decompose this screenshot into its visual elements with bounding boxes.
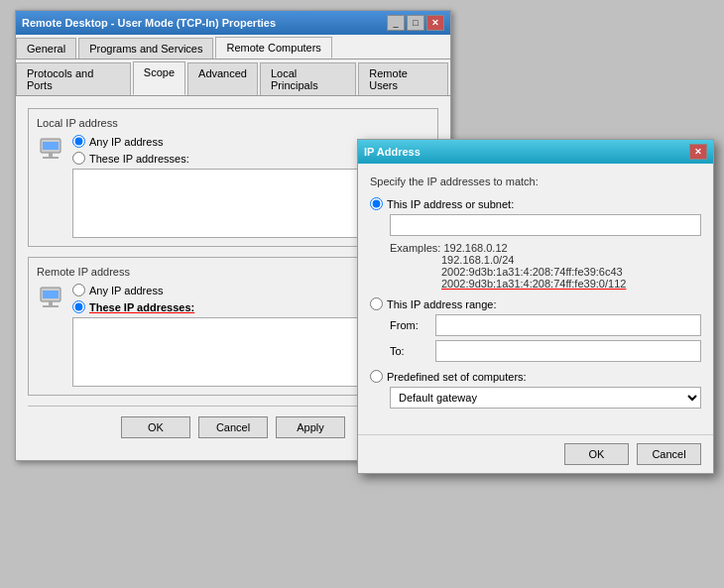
local-these-ip-radio[interactable] — [72, 152, 85, 165]
this-ip-label: This IP address or subnet: — [387, 198, 514, 210]
svg-rect-1 — [49, 153, 53, 157]
predefined-radio[interactable] — [370, 370, 383, 383]
title-bar-controls: _ □ ✕ — [387, 15, 444, 31]
from-label: From: — [390, 319, 429, 331]
from-row: From: — [390, 314, 701, 336]
svg-rect-5 — [49, 301, 53, 305]
network-icon-remote — [37, 284, 64, 311]
svg-rect-3 — [43, 142, 59, 150]
main-window-title: Remote Desktop - User Mode (TCP-In) Prop… — [22, 17, 276, 29]
local-these-ip-label: These IP addresses: — [89, 153, 189, 165]
predefined-section: Predefined set of computers: Default gat… — [370, 370, 701, 409]
predefined-label: Predefined set of computers: — [387, 371, 527, 383]
network-icon-local — [37, 135, 64, 163]
maximize-button[interactable]: □ — [407, 15, 424, 31]
ip-range-label: This IP address range: — [387, 298, 496, 310]
tab-programs-services[interactable]: Programs and Services — [78, 38, 213, 59]
tabs-row-1: General Programs and Services Remote Com… — [16, 35, 450, 59]
ip-dialog-bottom-buttons: OK Cancel — [358, 434, 713, 473]
svg-rect-7 — [43, 291, 59, 298]
remote-any-ip-label: Any IP address — [89, 285, 163, 296]
ip-dialog-ok-button[interactable]: OK — [564, 443, 629, 465]
remote-any-ip-radio[interactable] — [72, 284, 85, 296]
ip-dialog-controls: ✕ — [689, 144, 707, 160]
ip-dialog-cancel-button[interactable]: Cancel — [637, 443, 701, 465]
example-value-1: 192.168.0.12 — [443, 242, 507, 254]
this-ip-section: This IP address or subnet: Examples: 192… — [370, 197, 701, 290]
tab-advanced[interactable]: Advanced — [187, 62, 258, 95]
this-ip-radio-row: This IP address or subnet: — [370, 197, 701, 210]
local-any-ip-radio[interactable] — [72, 135, 85, 148]
tab-remote-computers[interactable]: Remote Computers — [215, 37, 331, 59]
remote-these-ip-label: These IP addresses: — [89, 301, 194, 313]
minimize-button[interactable]: _ — [387, 15, 405, 31]
tab-local-principals[interactable]: Local Principals — [260, 62, 356, 95]
example-value-4: 2002:9d3b:1a31:4:208:74ff:fe39:0/112 — [441, 278, 626, 290]
main-title-bar: Remote Desktop - User Mode (TCP-In) Prop… — [16, 11, 450, 35]
from-input[interactable] — [435, 314, 701, 336]
close-button[interactable]: ✕ — [426, 15, 444, 31]
tab-general[interactable]: General — [16, 38, 76, 59]
ip-range-radio-row: This IP address range: — [370, 297, 701, 310]
local-ip-title: Local IP address — [37, 117, 429, 129]
to-row: To: — [390, 340, 701, 362]
ip-address-dialog: IP Address ✕ Specify the IP addresses to… — [357, 139, 714, 474]
local-any-ip-label: Any IP address — [89, 136, 163, 148]
remote-ip-listbox[interactable] — [72, 317, 364, 387]
example-value-3: 2002:9d3b:1a31:4:208:74ff:fe39:6c43 — [441, 266, 623, 278]
examples-block: Examples: 192.168.0.12 192.168.1.0/24 20… — [390, 242, 701, 290]
predefined-dropdown[interactable]: Default gateway DNS servers WINS servers… — [390, 387, 701, 409]
ip-subnet-input[interactable] — [390, 214, 701, 236]
ip-range-section: This IP address range: From: To: — [370, 297, 701, 362]
main-ok-button[interactable]: OK — [121, 416, 190, 438]
tabs-row-2: Protocols and Ports Scope Advanced Local… — [16, 59, 450, 96]
main-apply-button[interactable]: Apply — [276, 416, 345, 438]
tab-scope[interactable]: Scope — [133, 61, 185, 95]
ip-range-radio[interactable] — [370, 297, 383, 310]
this-ip-radio[interactable] — [370, 197, 383, 210]
ip-dialog-content: Specify the IP addresses to match: This … — [358, 164, 713, 428]
example-value-2: 192.168.1.0/24 — [441, 254, 514, 266]
to-label: To: — [390, 345, 429, 357]
local-ip-listbox[interactable] — [72, 169, 364, 238]
tab-remote-users[interactable]: Remote Users — [358, 62, 448, 95]
ip-dialog-title-bar: IP Address ✕ — [358, 140, 713, 164]
ip-dialog-close-button[interactable]: ✕ — [689, 144, 707, 160]
main-cancel-button[interactable]: Cancel — [198, 416, 268, 438]
ip-dialog-instruction: Specify the IP addresses to match: — [370, 176, 701, 187]
examples-label: Examples: — [390, 242, 440, 254]
predefined-radio-row: Predefined set of computers: — [370, 370, 701, 383]
ip-dialog-title: IP Address — [364, 146, 421, 158]
svg-rect-6 — [43, 305, 59, 307]
remote-these-ip-radio[interactable] — [72, 300, 85, 313]
to-input[interactable] — [435, 340, 701, 362]
tab-protocols-ports[interactable]: Protocols and Ports — [16, 62, 131, 95]
svg-rect-2 — [43, 157, 59, 159]
